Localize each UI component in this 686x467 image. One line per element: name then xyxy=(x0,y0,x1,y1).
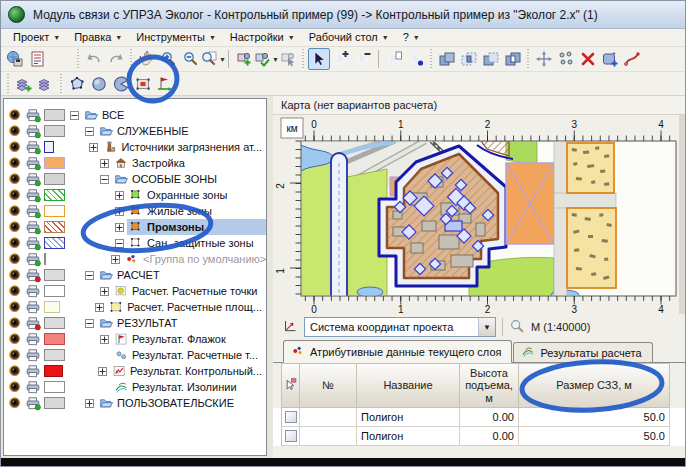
tree-row[interactable]: ВСЕ xyxy=(4,107,266,123)
zoom-page-button[interactable]: ▼ xyxy=(202,48,224,70)
table-row[interactable]: Полигон0.0050.0 xyxy=(273,408,685,427)
visibility-eye-icon[interactable] xyxy=(7,332,24,347)
tree-expand-toggle[interactable] xyxy=(85,127,94,136)
layer-color-swatch[interactable] xyxy=(44,301,60,313)
layer-color-swatch[interactable] xyxy=(44,285,65,297)
visibility-eye-icon[interactable] xyxy=(7,124,24,139)
layer-color-swatch[interactable] xyxy=(44,141,54,153)
sector-tool-button[interactable] xyxy=(110,73,132,95)
tree-row-label[interactable]: РАСЧЕТ xyxy=(115,268,164,283)
accept-object-button[interactable]: ▼ xyxy=(255,48,277,70)
add-layer-button[interactable] xyxy=(13,73,35,95)
layer-color-swatch[interactable] xyxy=(44,333,65,345)
pan-button[interactable] xyxy=(136,48,158,70)
combine-subtract-button[interactable] xyxy=(480,48,502,70)
tree-expand-toggle[interactable] xyxy=(95,303,104,312)
layer-color-swatch[interactable] xyxy=(44,205,65,217)
tree-row-label[interactable]: Жилые зоны xyxy=(145,204,216,219)
tree-row[interactable]: СЛУЖЕБНЫЕ xyxy=(4,123,266,139)
print-status-icon[interactable] xyxy=(24,219,42,235)
visibility-eye-icon[interactable] xyxy=(7,108,24,123)
tree-row-label[interactable]: Сан.-защитные зоны xyxy=(145,236,258,251)
select-add-button[interactable] xyxy=(330,48,352,70)
print-status-icon[interactable] xyxy=(24,235,42,251)
tree-row[interactable]: ПОЛЬЗОВАТЕЛЬСКИЕ xyxy=(4,395,266,411)
edit-nodes-button[interactable] xyxy=(555,48,577,70)
tree-row-label[interactable]: ВСЕ xyxy=(100,108,128,123)
visibility-eye-icon[interactable] xyxy=(7,220,24,235)
layer-color-swatch[interactable] xyxy=(44,269,65,281)
table-cell[interactable]: Полигон xyxy=(357,427,460,446)
tree-row[interactable]: Результат. Расчетные т... xyxy=(4,347,266,363)
table-cell[interactable]: 50.0 xyxy=(519,408,670,427)
tree-row[interactable]: РАСЧЕТ xyxy=(4,267,266,283)
visibility-eye-icon[interactable] xyxy=(7,284,24,299)
tree-row[interactable]: Жилые зоны xyxy=(4,203,266,219)
add-vertex-button[interactable] xyxy=(599,48,621,70)
menu-item-4[interactable]: Рабочий стол▼ xyxy=(302,30,396,45)
table-cell[interactable]: 50.0 xyxy=(519,427,670,446)
print-status-icon[interactable] xyxy=(24,251,42,267)
print-status-icon[interactable] xyxy=(24,395,42,411)
edit-contour-button[interactable] xyxy=(621,48,643,70)
tree-expand-toggle[interactable] xyxy=(100,287,109,296)
layer-color-swatch[interactable] xyxy=(44,381,65,393)
report-button[interactable] xyxy=(26,48,48,70)
add-object-button[interactable] xyxy=(233,48,255,70)
tree-row[interactable]: Результат. Изолинии xyxy=(4,379,266,395)
visibility-eye-icon[interactable] xyxy=(7,300,24,315)
tree-expand-toggle[interactable] xyxy=(115,223,124,232)
table-cell[interactable] xyxy=(300,408,357,427)
print-status-icon[interactable] xyxy=(24,283,42,299)
tree-expand-toggle[interactable] xyxy=(115,239,124,248)
table-cell[interactable] xyxy=(300,427,357,446)
print-status-icon[interactable] xyxy=(24,187,42,203)
layer-color-swatch[interactable] xyxy=(44,253,46,265)
layer-color-swatch[interactable] xyxy=(44,221,65,233)
row-checkbox[interactable] xyxy=(285,430,297,442)
tree-expand-toggle[interactable] xyxy=(70,111,79,120)
column-header-Размер СЗЗ, м[interactable]: Размер СЗЗ, м xyxy=(519,363,670,408)
layer-color-swatch[interactable] xyxy=(44,189,65,201)
print-status-icon[interactable] xyxy=(24,171,42,187)
redo-button[interactable] xyxy=(105,48,127,70)
visibility-eye-icon[interactable] xyxy=(7,140,24,155)
menu-item-1[interactable]: Правка▼ xyxy=(67,30,129,45)
tree-expand-toggle[interactable] xyxy=(85,399,94,408)
checkbox-cell[interactable] xyxy=(281,408,300,427)
select-lasso-button[interactable] xyxy=(405,48,427,70)
table-cell[interactable]: 0.00 xyxy=(460,427,519,446)
select-arrow-button[interactable] xyxy=(308,48,330,70)
layer-color-swatch[interactable] xyxy=(44,317,65,329)
tree-row-label[interactable]: Расчет. Расчетные площ... xyxy=(125,300,266,315)
tree-expand-toggle[interactable] xyxy=(115,207,124,216)
layer-color-swatch[interactable] xyxy=(44,109,65,121)
tree-row-label[interactable]: Источники загрязнения ат... xyxy=(119,140,266,155)
combine-intersect-button[interactable] xyxy=(458,48,480,70)
tree-row[interactable]: Промзоны xyxy=(4,219,266,235)
tree-row[interactable]: Сан.-защитные зоны xyxy=(4,235,266,251)
tree-row-label[interactable]: ПОЛЬЗОВАТЕЛЬСКИЕ xyxy=(115,396,238,411)
delete-object-button[interactable] xyxy=(577,48,599,70)
combine-union-button[interactable] xyxy=(436,48,458,70)
menu-item-5[interactable]: ?▼ xyxy=(396,30,427,45)
print-status-icon[interactable] xyxy=(24,347,42,363)
visibility-eye-icon[interactable] xyxy=(7,188,24,203)
layer-color-swatch[interactable] xyxy=(44,365,63,377)
move-object-button[interactable] xyxy=(533,48,555,70)
tree-expand-toggle[interactable] xyxy=(85,271,94,280)
print-status-icon[interactable] xyxy=(24,363,42,379)
layer-color-swatch[interactable] xyxy=(44,125,65,137)
print-status-icon[interactable] xyxy=(24,267,42,283)
visibility-eye-icon[interactable] xyxy=(7,380,24,395)
coordinate-system-select[interactable]: Система координат проекта ▼ xyxy=(304,317,496,337)
visibility-eye-icon[interactable] xyxy=(7,172,24,187)
select-remove-button[interactable] xyxy=(352,48,374,70)
zoom-in-button[interactable] xyxy=(158,48,180,70)
menu-item-3[interactable]: Настройки▼ xyxy=(223,30,302,45)
tree-row-label[interactable]: Расчет. Расчетные точки xyxy=(130,284,262,299)
tree-row-label[interactable]: РЕЗУЛЬТАТ xyxy=(115,316,181,331)
visibility-eye-icon[interactable] xyxy=(7,204,24,219)
tree-row-label[interactable]: Охранные зоны xyxy=(145,188,231,203)
tree-row[interactable]: Расчет. Расчетные площ... xyxy=(4,299,266,315)
